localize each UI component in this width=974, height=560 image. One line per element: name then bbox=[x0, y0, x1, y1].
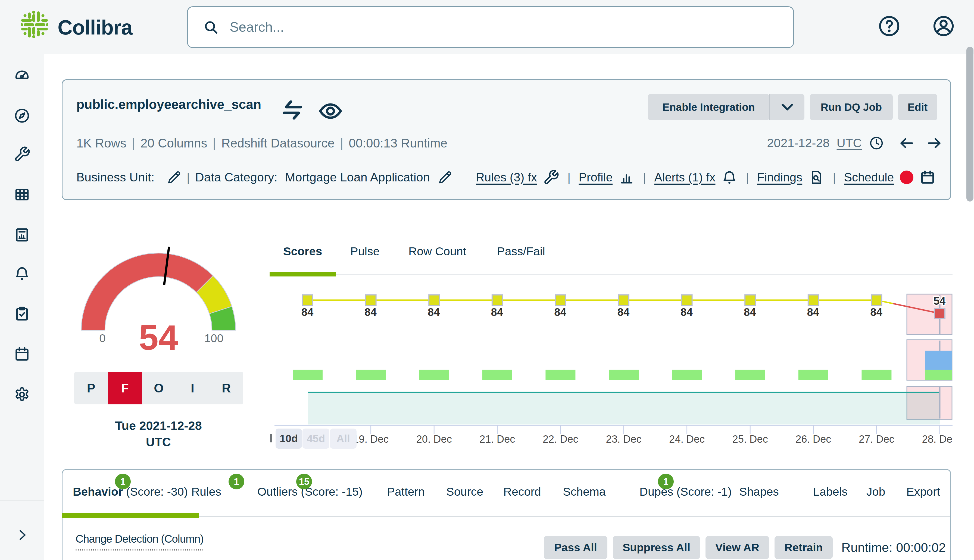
run-dq-job-label: Run DQ Job bbox=[821, 101, 882, 113]
sidebar-item-dashboard[interactable] bbox=[0, 67, 44, 84]
help-icon[interactable] bbox=[877, 14, 901, 38]
collibra-dq-app: Collibra bbox=[0, 0, 974, 560]
svg-text:28. Dec: 28. Dec bbox=[922, 433, 952, 445]
bar-chart-icon bbox=[618, 169, 635, 185]
swap-icon[interactable] bbox=[279, 97, 306, 123]
svg-text:25. Dec: 25. Dec bbox=[732, 433, 768, 445]
clock-icon bbox=[869, 135, 884, 151]
findings-tab-record[interactable]: Record bbox=[503, 483, 541, 500]
calendar-icon bbox=[13, 346, 30, 363]
gauge-score-value: 54 bbox=[118, 320, 199, 355]
sidebar-item-alerts[interactable] bbox=[0, 265, 44, 282]
score-marker bbox=[302, 295, 313, 305]
findings-tab-export[interactable]: Export bbox=[906, 483, 940, 500]
pfoir-cell-f[interactable]: F bbox=[108, 372, 142, 404]
link-rules[interactable]: Rules (3) fx bbox=[476, 170, 537, 184]
score-tab-pass-fail[interactable]: Pass/Fail bbox=[497, 243, 545, 260]
svg-text:20. Dec: 20. Dec bbox=[416, 433, 452, 445]
range-button-all[interactable]: All bbox=[330, 428, 357, 448]
pfoir-cell-o[interactable]: O bbox=[142, 372, 175, 404]
findings-tab-labels[interactable]: Labels bbox=[813, 483, 848, 500]
sidebar-item-tools[interactable] bbox=[0, 145, 44, 163]
separator: | bbox=[833, 170, 836, 184]
gauge-date: Tue 2021-12-28 UTC bbox=[77, 418, 240, 450]
score-marker bbox=[745, 295, 755, 305]
link-profile[interactable]: Profile bbox=[578, 170, 613, 184]
link-group: Schedule bbox=[844, 169, 936, 185]
enable-integration-dropdown-button[interactable] bbox=[769, 94, 804, 120]
score-tab-pulse[interactable]: Pulse bbox=[350, 243, 380, 260]
sidebar-item-schedule[interactable] bbox=[0, 345, 44, 363]
business-unit-label: Business Unit: bbox=[76, 170, 155, 184]
gauge-date-line1: Tue 2021-12-28 bbox=[77, 418, 240, 434]
dataset-title: public.employeearchive_scan bbox=[76, 97, 261, 112]
link-schedule[interactable]: Schedule bbox=[844, 170, 894, 184]
chevron-down-icon bbox=[779, 98, 796, 116]
gauge-date-line2: UTC bbox=[77, 434, 240, 450]
chevron-right-icon bbox=[15, 528, 29, 542]
enable-integration-button[interactable]: Enable Integration bbox=[648, 94, 769, 120]
findings-tab-rules[interactable]: Rules bbox=[191, 483, 221, 500]
change-detection-link[interactable]: Change Detection (Column) bbox=[75, 533, 204, 550]
sidebar-item-datasets[interactable] bbox=[0, 186, 44, 203]
link-findings[interactable]: Findings bbox=[757, 170, 802, 184]
score-label: 84 bbox=[554, 306, 566, 318]
svg-text:22. Dec: 22. Dec bbox=[543, 433, 578, 445]
score-marker bbox=[682, 295, 692, 305]
range-button-10d[interactable]: 10d bbox=[276, 428, 302, 448]
findings-tab-job[interactable]: Job bbox=[866, 483, 885, 500]
edit-data-category-pencil-icon[interactable] bbox=[438, 170, 452, 184]
sidebar-item-settings[interactable] bbox=[0, 386, 44, 403]
score-label: 84 bbox=[301, 306, 314, 318]
findings-tab-behavior[interactable]: Behavior (Score: -30) bbox=[73, 483, 188, 500]
suppress-all-button[interactable]: Suppress All bbox=[613, 536, 700, 559]
edit-button[interactable]: Edit bbox=[898, 94, 937, 120]
score-label: 84 bbox=[491, 306, 503, 318]
sidebar-item-reports[interactable] bbox=[0, 226, 44, 243]
gauge-max-label: 100 bbox=[200, 332, 227, 345]
score-label: 84 bbox=[617, 306, 630, 318]
score-tabs-rule bbox=[336, 274, 952, 275]
score-tab-row-count[interactable]: Row Count bbox=[408, 243, 466, 260]
enable-integration-label: Enable Integration bbox=[662, 101, 755, 113]
pfoir-cell-i[interactable]: I bbox=[175, 372, 209, 404]
x-axis: 19. Dec20. Dec21. Dec22. Dec23. Dec24. D… bbox=[274, 425, 952, 445]
edit-business-unit-pencil-icon[interactable] bbox=[167, 170, 181, 184]
separator: | bbox=[643, 170, 646, 184]
eye-icon[interactable] bbox=[317, 98, 344, 124]
findings-tab-schema[interactable]: Schema bbox=[563, 483, 606, 500]
sidebar-item-tasks[interactable] bbox=[0, 305, 44, 323]
user-avatar-icon[interactable] bbox=[932, 14, 956, 38]
current-run-bar bbox=[925, 351, 952, 370]
view-ar-button[interactable]: View AR bbox=[705, 536, 769, 559]
search-input[interactable] bbox=[229, 19, 793, 35]
svg-text:23. Dec: 23. Dec bbox=[606, 433, 642, 445]
pass-all-button[interactable]: Pass All bbox=[544, 536, 607, 559]
findings-tab-source[interactable]: Source bbox=[446, 483, 483, 500]
vertical-scrollbar-thumb[interactable] bbox=[966, 47, 974, 202]
previous-run-arrow-icon[interactable] bbox=[898, 135, 915, 152]
score-line-series: 8484848484848484848454 bbox=[301, 295, 946, 318]
run-dq-job-button[interactable]: Run DQ Job bbox=[810, 94, 893, 120]
global-search[interactable] bbox=[187, 6, 794, 48]
findings-tab-outliers-badge: 15 bbox=[296, 473, 312, 489]
sidebar-expand-button[interactable] bbox=[0, 526, 44, 544]
findings-tab-shapes[interactable]: Shapes bbox=[739, 483, 779, 500]
findings-tab-pattern[interactable]: Pattern bbox=[387, 483, 425, 500]
pfoir-cell-p[interactable]: P bbox=[74, 372, 108, 404]
pfoir-cell-r[interactable]: R bbox=[209, 372, 243, 404]
score-label: 84 bbox=[744, 306, 756, 318]
sidebar-item-explore[interactable] bbox=[0, 107, 44, 124]
svg-text:26. Dec: 26. Dec bbox=[795, 433, 831, 445]
search-icon bbox=[202, 18, 220, 36]
meta-part: 00:00:13 Runtime bbox=[349, 136, 447, 150]
separator: | bbox=[340, 136, 343, 150]
link-alerts[interactable]: Alerts (1) fx bbox=[655, 170, 715, 184]
timezone-link[interactable]: UTC bbox=[837, 136, 862, 150]
next-run-arrow-icon[interactable] bbox=[926, 135, 943, 152]
findings-tab-dupes[interactable]: Dupes (Score: -1) bbox=[640, 483, 732, 500]
range-button-45d[interactable]: 45d bbox=[302, 428, 329, 448]
score-tab-scores[interactable]: Scores bbox=[283, 243, 322, 260]
retrain-button[interactable]: Retrain bbox=[775, 536, 833, 559]
grid-icon bbox=[13, 186, 30, 203]
